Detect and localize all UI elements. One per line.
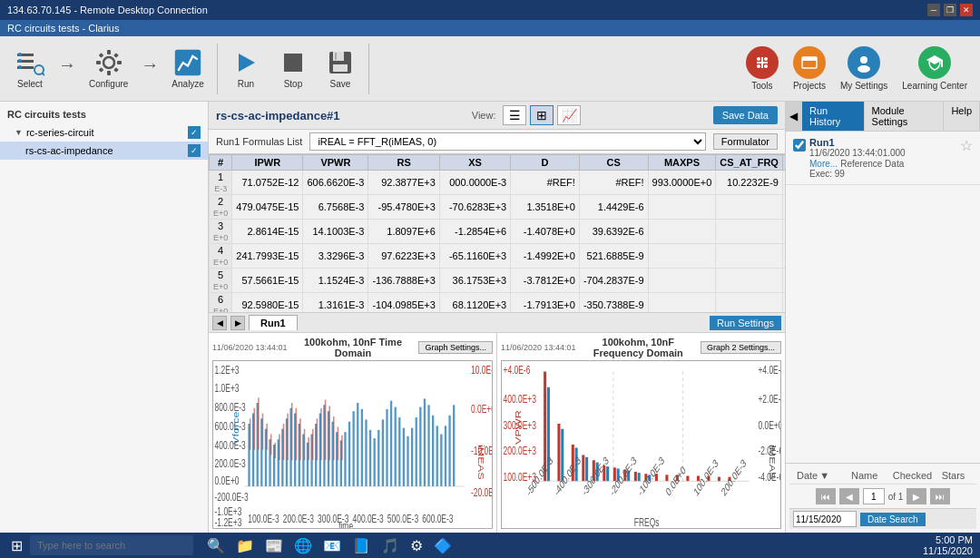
chart-freq-title: 100kohm, 10nF Frequency Domain: [576, 337, 701, 358]
taskbar-icon-store[interactable]: 🔷: [431, 537, 455, 554]
chart-freq-settings-btn[interactable]: Graph 2 Settings...: [701, 341, 781, 354]
right-panel-arrow[interactable]: ◀: [786, 102, 802, 131]
svg-text:iMEAS: iMEAS: [476, 445, 485, 480]
projects-button[interactable]: Projects: [788, 43, 831, 94]
toolbar-configure[interactable]: Configure: [82, 44, 135, 93]
tab-help[interactable]: Help: [944, 102, 980, 131]
sidebar-item-rc-series[interactable]: ▼ rc-series-circuit ✓: [0, 123, 208, 142]
toolbar-analyze[interactable]: Analyze: [164, 44, 211, 93]
tools-button[interactable]: Tools: [740, 43, 784, 94]
minimize-button[interactable]: ─: [927, 4, 940, 16]
page-next-btn[interactable]: ▶: [906, 488, 926, 504]
svg-rect-84: [377, 430, 379, 486]
svg-rect-97: [432, 416, 434, 486]
cell-row-num: 6E+0: [210, 293, 232, 314]
tab-nav-prev[interactable]: ◀: [212, 316, 227, 330]
tab-module-settings[interactable]: Module Settings: [865, 102, 945, 131]
tab-nav-next[interactable]: ▶: [230, 316, 245, 330]
save-data-button[interactable]: Save Data: [713, 106, 778, 124]
taskbar-search[interactable]: [30, 535, 193, 555]
stop-label: Stop: [284, 79, 303, 89]
run-tabs: ◀ ▶ Run1 Run Settings: [209, 313, 785, 333]
select-icon: [15, 48, 44, 77]
chart-time-settings-btn[interactable]: Graph Settings...: [418, 341, 493, 354]
cell-ipwr: 71.0752E-12: [232, 171, 303, 195]
close-button[interactable]: ✕: [960, 4, 973, 16]
run-settings-button[interactable]: Run Settings: [710, 316, 781, 330]
tab-run-history[interactable]: Run History: [802, 102, 865, 131]
content-area: rs-cs-ac-impedance#1 View: ☰ ⊞ 📈 Save Da…: [209, 102, 785, 533]
restore-button[interactable]: ❐: [944, 4, 956, 16]
cell-d: #REF!: [511, 171, 580, 195]
svg-rect-120: [320, 408, 322, 461]
svg-rect-116: [304, 429, 306, 461]
svg-rect-124: [338, 426, 339, 460]
svg-point-7: [18, 65, 22, 69]
view-chart-btn[interactable]: 📈: [557, 105, 581, 125]
taskbar-icon-news[interactable]: 📰: [262, 537, 286, 554]
app-title: RC circuits tests - Clarius: [7, 23, 119, 34]
svg-rect-16: [98, 67, 103, 73]
cell-vpwr: 6.7568E-3: [303, 195, 368, 220]
view-grid-btn[interactable]: ⊞: [530, 105, 554, 125]
content-title: rs-cs-ac-impedance#1: [216, 109, 340, 122]
save-label: Save: [330, 79, 351, 89]
taskbar-icon-music[interactable]: 🎵: [378, 537, 402, 554]
formula-bar: Run1 Formulas List iREAL = FFT_R(iMEAS, …: [209, 130, 785, 154]
run-star[interactable]: ☆: [960, 137, 973, 154]
col-header-rs: RS: [368, 155, 439, 171]
sidebar-item-rs-cs[interactable]: rs-cs-ac-impedance ✓: [0, 142, 208, 160]
svg-text:+4.0E-6: +4.0E-6: [504, 363, 531, 376]
toolbar-run[interactable]: Run: [223, 44, 269, 93]
run-tab-run1[interactable]: Run1: [249, 315, 298, 330]
svg-text:-20.0E-6: -20.0E-6: [471, 486, 492, 499]
run-ref: Reference Data: [840, 159, 904, 169]
page-prev-btn[interactable]: ◀: [839, 488, 859, 504]
svg-point-30: [764, 64, 768, 68]
cell-ipwr: 92.5980E-15: [232, 293, 303, 314]
view-table-btn[interactable]: ☰: [503, 105, 526, 125]
page-input[interactable]: [863, 488, 885, 504]
svg-point-34: [858, 65, 870, 73]
svg-rect-108: [270, 435, 272, 455]
formulator-button[interactable]: Formulator: [713, 133, 778, 150]
learning-center-button[interactable]: Learning Center: [897, 43, 973, 94]
toolbar-select[interactable]: Select: [7, 44, 53, 93]
svg-rect-147: [557, 424, 560, 481]
cell-vpwr: 606.6620E-3: [303, 171, 368, 195]
svg-rect-15: [113, 53, 119, 58]
start-button[interactable]: ⊞: [7, 535, 26, 556]
chart-freq-domain: 11/06/2020 13:44:01 100kohm, 10nF Freque…: [497, 333, 785, 533]
page-first-btn[interactable]: ⏮: [816, 488, 836, 504]
cell-vpwr: 14.1003E-3: [303, 220, 368, 244]
cell-ipwr: 57.5661E-15: [232, 269, 303, 293]
right-panel-tabs: ◀ Run History Module Settings Help: [786, 102, 980, 132]
run-more[interactable]: More...: [809, 159, 838, 169]
toolbar-save[interactable]: Save: [318, 44, 363, 93]
formula-select[interactable]: iREAL = FFT_R(iMEAS, 0): [309, 132, 705, 151]
taskbar-icon-email[interactable]: 📧: [320, 537, 344, 554]
taskbar-icon-settings[interactable]: ⚙: [407, 537, 426, 554]
cell-d: 1.3518E+0: [511, 195, 580, 220]
svg-text:200.0E-3: 200.0E-3: [215, 457, 246, 470]
cell-xs: 36.1753E+3: [439, 269, 510, 293]
taskbar-icon-teams[interactable]: 📘: [349, 537, 373, 554]
svg-rect-96: [427, 405, 429, 486]
toolbar-stop[interactable]: Stop: [270, 44, 316, 93]
cell-rs: -95.4780E+3: [368, 195, 439, 220]
svg-rect-104: [254, 408, 256, 450]
svg-text:100.0E-3: 100.0E-3: [248, 512, 279, 524]
date-search-button[interactable]: Date Search: [860, 513, 926, 526]
svg-text:200.0E+3: 200.0E+3: [504, 445, 536, 457]
cell-xs: 68.1120E+3: [439, 293, 510, 314]
date-input[interactable]: [793, 511, 857, 527]
run-checkbox[interactable]: [793, 139, 806, 152]
taskbar-icon-files[interactable]: 🔍: [204, 537, 228, 554]
svg-rect-154: [634, 472, 637, 481]
my-settings-button[interactable]: My Settings: [835, 43, 893, 94]
taskbar-icon-browser[interactable]: 🌐: [291, 537, 315, 554]
page-last-btn[interactable]: ⏭: [930, 488, 950, 504]
taskbar-icon-edge[interactable]: 📁: [233, 537, 257, 554]
cell-cs-at-frq: 10.2232E-9: [716, 171, 783, 195]
cell-cs-at-frq: [716, 269, 783, 293]
